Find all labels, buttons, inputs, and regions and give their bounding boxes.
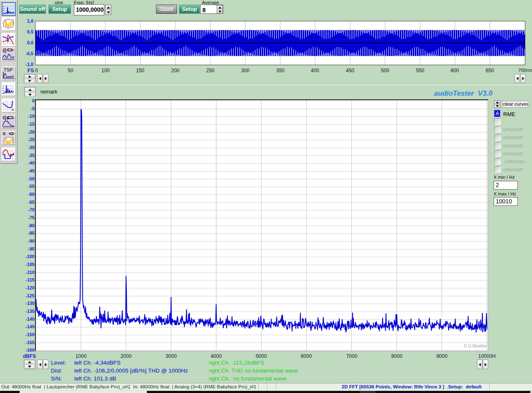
- svg-text:ω: ω: [12, 107, 15, 111]
- svg-text:TSP: TSP: [4, 67, 13, 72]
